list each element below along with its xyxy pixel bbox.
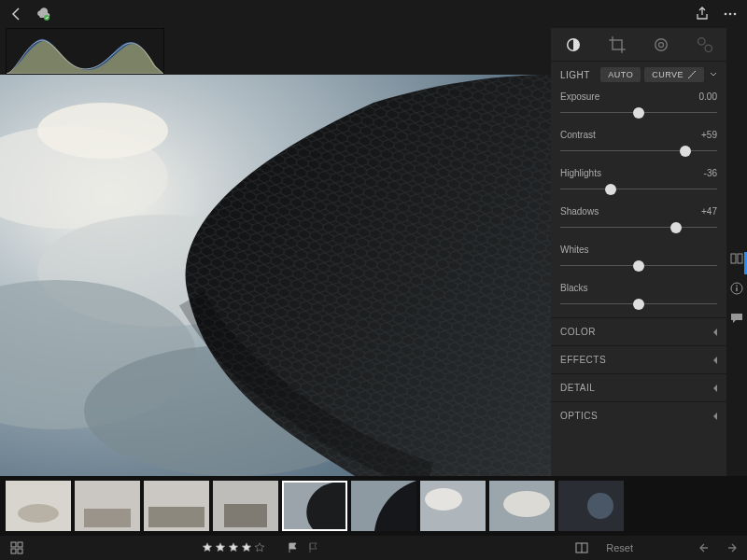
star-icon[interactable] xyxy=(241,542,252,553)
share-icon[interactable] xyxy=(695,7,710,21)
thumbnail[interactable] xyxy=(420,481,486,531)
thumbnail[interactable] xyxy=(144,481,209,531)
back-icon[interactable] xyxy=(9,7,24,21)
svg-point-15 xyxy=(705,45,712,52)
light-title: LIGHT xyxy=(560,70,590,80)
auto-button[interactable]: AUTO xyxy=(600,67,641,82)
svg-point-12 xyxy=(655,38,667,50)
collapse-caret-icon xyxy=(713,385,717,392)
slider-exposure[interactable]: Exposure0.00 xyxy=(551,88,726,126)
svg-point-36 xyxy=(587,493,613,519)
svg-rect-40 xyxy=(18,549,22,553)
svg-rect-19 xyxy=(736,287,737,291)
adjust-panel: LIGHT AUTO CURVE Exposure0.00Contrast+59… xyxy=(551,28,726,476)
rating-stars[interactable] xyxy=(202,542,265,553)
star-icon[interactable] xyxy=(254,542,265,553)
main-area xyxy=(0,28,551,476)
curve-label: CURVE xyxy=(652,70,684,79)
slider-contrast[interactable]: Contrast+59 xyxy=(551,126,726,164)
slider-value: +47 xyxy=(701,206,717,217)
info-icon[interactable] xyxy=(730,282,743,295)
bottom-toolbar: Reset xyxy=(0,536,747,560)
panel-tabs xyxy=(551,28,726,62)
section-label: COLOR xyxy=(560,327,596,337)
top-toolbar xyxy=(0,0,747,28)
collapse-caret-icon xyxy=(713,329,717,336)
slider-shadows[interactable]: Shadows+47 xyxy=(551,203,726,241)
svg-point-32 xyxy=(425,488,462,511)
svg-rect-26 xyxy=(148,507,204,527)
redo-icon[interactable] xyxy=(723,540,738,555)
slider-value: 0.00 xyxy=(699,91,717,102)
edit-tab-icon[interactable] xyxy=(564,35,583,54)
svg-point-10 xyxy=(37,103,168,159)
thumbnail[interactable] xyxy=(282,481,347,531)
svg-rect-20 xyxy=(736,286,737,287)
compare-icon[interactable] xyxy=(730,252,743,265)
slider-value: +59 xyxy=(701,130,717,140)
slider-label: Contrast xyxy=(560,130,596,140)
curve-button[interactable]: CURVE xyxy=(644,67,704,82)
svg-rect-38 xyxy=(18,542,22,547)
svg-rect-28 xyxy=(224,504,267,527)
thumbnail[interactable] xyxy=(6,481,71,531)
section-label: OPTICS xyxy=(560,411,598,421)
selective-tab-icon[interactable] xyxy=(696,35,714,54)
slider-highlights[interactable]: Highlights-36 xyxy=(551,164,726,203)
section-label: DETAIL xyxy=(560,383,595,393)
cloud-sync-icon[interactable] xyxy=(35,7,50,21)
thumbnail[interactable] xyxy=(489,481,555,531)
flag-reject-icon[interactable] xyxy=(308,542,319,553)
section-label: EFFECTS xyxy=(560,355,606,365)
svg-rect-37 xyxy=(11,542,16,547)
star-icon[interactable] xyxy=(202,542,213,553)
svg-point-2 xyxy=(729,13,732,16)
light-section-header[interactable]: LIGHT AUTO CURVE xyxy=(551,62,726,88)
presets-tab-icon[interactable] xyxy=(652,35,670,54)
thumbnail[interactable] xyxy=(351,481,416,531)
slider-value: -36 xyxy=(704,168,717,178)
svg-point-22 xyxy=(18,504,59,523)
thumbnail[interactable] xyxy=(213,481,278,531)
section-effects[interactable]: EFFECTS xyxy=(551,345,726,373)
undo-icon[interactable] xyxy=(698,540,713,555)
reset-button[interactable]: Reset xyxy=(606,542,633,553)
image-canvas[interactable] xyxy=(0,75,551,476)
more-icon[interactable] xyxy=(723,7,738,21)
svg-point-34 xyxy=(503,491,550,517)
chevron-down-icon[interactable] xyxy=(710,71,717,78)
slider-label: Exposure xyxy=(560,91,599,102)
svg-rect-39 xyxy=(11,549,16,553)
crop-tab-icon[interactable] xyxy=(608,35,627,54)
collapse-caret-icon xyxy=(713,357,717,364)
slider-blacks[interactable]: Blacks xyxy=(551,279,726,317)
collapse-caret-icon xyxy=(713,413,717,420)
svg-rect-17 xyxy=(738,254,742,263)
section-color[interactable]: COLOR xyxy=(551,317,726,345)
slider-label: Highlights xyxy=(560,168,601,178)
svg-point-3 xyxy=(734,13,737,16)
svg-point-1 xyxy=(725,13,727,16)
filmstrip[interactable] xyxy=(0,476,747,536)
star-icon[interactable] xyxy=(215,542,226,553)
star-icon[interactable] xyxy=(228,542,239,553)
section-optics[interactable]: OPTICS xyxy=(551,401,726,429)
svg-point-13 xyxy=(658,42,663,47)
svg-rect-24 xyxy=(84,509,131,527)
grid-view-icon[interactable] xyxy=(9,540,24,555)
thumbnail[interactable] xyxy=(558,481,624,531)
section-detail[interactable]: DETAIL xyxy=(551,373,726,401)
before-after-icon[interactable] xyxy=(574,540,589,555)
thumbnail[interactable] xyxy=(75,481,140,531)
svg-point-14 xyxy=(698,37,705,45)
svg-rect-16 xyxy=(731,254,736,263)
right-rail xyxy=(726,28,747,476)
slider-whites[interactable]: Whites xyxy=(551,241,726,279)
slider-label: Blacks xyxy=(560,283,587,293)
flag-pick-icon[interactable] xyxy=(288,542,299,553)
slider-label: Shadows xyxy=(560,206,599,217)
slider-label: Whites xyxy=(560,245,589,255)
comment-icon[interactable] xyxy=(730,312,743,325)
